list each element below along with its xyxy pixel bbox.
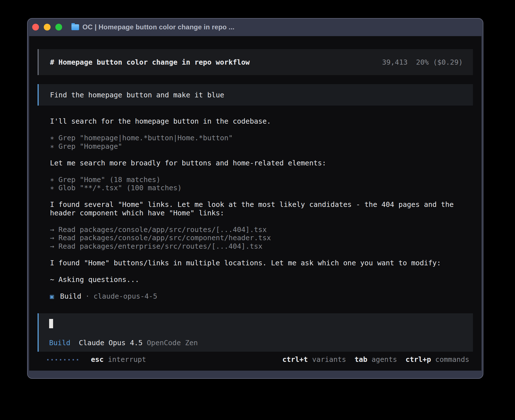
spinner-dot	[77, 359, 78, 360]
assistant-text-line: I found "Home" buttons/links in multiple…	[50, 259, 474, 267]
spinner-dots	[47, 359, 81, 360]
close-button[interactable]	[32, 24, 39, 30]
tool-call-line: ∗ Glob "**/*.tsx" (100 matches)	[50, 184, 474, 192]
prompt-model: Claude Opus 4.5	[79, 339, 143, 347]
tool-call-line: → Read packages/console/app/src/routes/[…	[50, 226, 474, 234]
blank-line	[50, 267, 474, 275]
agent-icon: ▣	[50, 293, 54, 300]
user-message: Find the homepage button and make it blu…	[38, 84, 473, 106]
spinner-dot	[73, 359, 74, 360]
hotkey-key: tab	[355, 355, 367, 364]
window-title: OC | Homepage button color change in rep…	[82, 23, 234, 31]
blank-line	[50, 167, 474, 176]
session-title: # Homepage button color change in repo w…	[50, 58, 250, 66]
transcript: I'll search for the homepage button in t…	[38, 117, 474, 292]
hotkey-ctrl-t: ctrl+tvariants	[282, 355, 346, 364]
agent-model: claude-opus-4-5	[93, 292, 157, 300]
minimize-button[interactable]	[44, 24, 51, 30]
hotkey-label: interrupt	[108, 355, 146, 364]
tool-call-line: ∗ Grep "Home" (18 matches)	[50, 176, 474, 184]
context-percent: 20%	[416, 58, 429, 66]
titlebar[interactable]: OC | Homepage button color change in rep…	[28, 19, 483, 36]
footer-left-hotkeys: escinterrupt	[91, 355, 146, 364]
prompt-mode: Build	[49, 339, 70, 347]
blank-line	[50, 217, 474, 226]
prompt-status: BuildClaude Opus 4.5OpenCode Zen	[49, 339, 473, 347]
spinner-dot	[56, 359, 57, 360]
tool-call-line: → Read packages/console/app/src/componen…	[50, 234, 474, 242]
assistant-text-line: ~ Asking questions...	[50, 275, 474, 284]
spinner-dot	[51, 359, 53, 360]
hotkey-ctrl-p: ctrl+pcommands	[405, 355, 469, 364]
folder-icon	[71, 24, 79, 30]
spinner-dot	[47, 359, 49, 360]
footer-right-hotkeys: ctrl+tvariantstabagentsctrl+pcommands	[274, 355, 469, 364]
hotkey-key: ctrl+p	[405, 355, 431, 364]
spinner-dot	[60, 359, 61, 360]
prompt-input[interactable]: BuildClaude Opus 4.5OpenCode Zen	[38, 313, 473, 352]
blank-line	[50, 126, 474, 134]
hotkey-tab: tabagents	[355, 355, 397, 364]
status-footer: escinterrupt ctrl+tvariantstabagentsctrl…	[38, 355, 473, 364]
terminal-window: OC | Homepage button color change in rep…	[27, 18, 483, 379]
hotkey-label: agents	[372, 355, 397, 364]
hotkey-esc: escinterrupt	[91, 355, 146, 364]
blank-line	[50, 150, 474, 159]
terminal-content: # Homepage button color change in repo w…	[29, 36, 481, 371]
session-stats: 39,41320%($0.29)	[382, 58, 463, 66]
spinner-dot	[64, 359, 66, 360]
blank-line	[50, 250, 474, 259]
tool-call-line: ∗ Grep "Homepage"	[50, 142, 474, 151]
blank-line	[50, 192, 474, 201]
user-message-text: Find the homepage button and make it blu…	[50, 91, 224, 99]
assistant-text-line: Let me search more broadly for buttons a…	[50, 159, 474, 167]
assistant-text-line: I found several "Home" links. Let me loo…	[50, 200, 474, 217]
tool-call-line: ∗ Grep "homepage|home.*button|Home.*butt…	[50, 134, 474, 142]
agent-separator: ·	[85, 292, 90, 300]
hotkey-key: esc	[91, 355, 104, 364]
agent-name: Build	[60, 292, 81, 300]
text-cursor	[49, 319, 53, 328]
footer-left: escinterrupt	[47, 355, 146, 364]
token-count: 39,413	[382, 58, 407, 66]
session-header: # Homepage button color change in repo w…	[38, 49, 473, 75]
blank-line	[50, 284, 474, 292]
hotkey-label: variants	[312, 355, 346, 364]
assistant-text-line: I'll search for the homepage button in t…	[50, 117, 474, 126]
prompt-provider: OpenCode Zen	[147, 339, 198, 347]
hotkey-key: ctrl+t	[282, 355, 308, 364]
tool-call-line: → Read packages/enterprise/src/routes/[.…	[50, 242, 474, 251]
session-cost: ($0.29)	[433, 58, 463, 66]
hotkey-label: commands	[435, 355, 469, 364]
agent-status-line: ▣Build·claude-opus-4-5	[50, 292, 473, 301]
spinner-dot	[68, 359, 70, 360]
zoom-button[interactable]	[55, 24, 62, 30]
